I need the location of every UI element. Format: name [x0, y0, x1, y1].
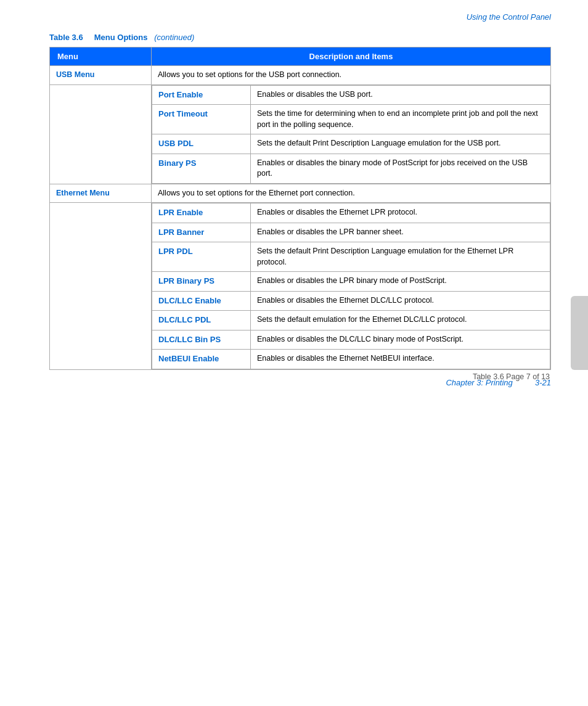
table-row: LPR Enable Enables or disables the Ether…	[152, 203, 550, 223]
ethernet-empty-cell	[50, 203, 152, 370]
col-header-menu: Menu	[50, 47, 152, 66]
usb-description: Allows you to set options for the USB po…	[152, 66, 551, 85]
sub-menu-label: DLC/LLC Bin PS	[158, 335, 221, 344]
table-row: DLC/LLC Bin PS Enables or disables the D…	[152, 330, 550, 350]
sub-menu-label: LPR PDL	[158, 247, 193, 256]
sub-name-lpr-binary-ps: LPR Binary PS	[152, 272, 251, 292]
table-continued: (continued)	[154, 33, 194, 42]
sub-name-lpr-pdl: LPR PDL	[152, 242, 251, 272]
menu-cell-ethernet: Ethernet Menu	[50, 184, 152, 203]
table-row: USB Menu Allows you to set options for t…	[50, 66, 551, 85]
page-container: Using the Control Panel Table 3.6 Menu O…	[0, 0, 588, 406]
table-name: Menu Options	[94, 33, 148, 42]
sub-menu-label: DLC/LLC PDL	[158, 315, 211, 324]
sub-name-usb-pdl: USB PDL	[152, 134, 251, 154]
sub-name-dlc-pdl: DLC/LLC PDL	[152, 311, 251, 330]
sub-desc-netbeui-enable: Enables or disables the Ethernet NetBEUI…	[251, 350, 550, 369]
sub-desc-usb-pdl: Sets the default Print Description Langu…	[251, 134, 550, 154]
usb-sub-items-cell: Port Enable Enables or disables the USB …	[152, 84, 551, 184]
table-row: Port Enable Enables or disables the USB …	[50, 84, 551, 184]
sub-menu-label: Port Timeout	[158, 109, 208, 118]
table-row: DLC/LLC Enable Enables or disables the E…	[152, 291, 550, 311]
page-number: 3-21	[535, 378, 551, 387]
sub-desc-port-timeout: Sets the time for determining when to en…	[251, 105, 550, 134]
sub-menu-label: NetBEUI Enable	[158, 354, 219, 363]
chapter-label: Chapter 3: Printing	[446, 378, 512, 387]
chapter-header-text: Using the Control Panel	[467, 12, 551, 22]
menu-cell-usb: USB Menu	[50, 66, 152, 85]
sub-desc-port-enable: Enables or disables the USB port.	[251, 85, 550, 105]
sub-name-lpr-banner: LPR Banner	[152, 223, 251, 242]
chapter-header: Using the Control Panel	[49, 12, 551, 22]
sub-name-dlc-bin-ps: DLC/LLC Bin PS	[152, 330, 251, 350]
sub-name-netbeui-enable: NetBEUI Enable	[152, 350, 251, 369]
table-row: LPR PDL Sets the default Print Descripti…	[152, 242, 550, 272]
table-row: LPR Banner Enables or disables the LPR b…	[152, 223, 550, 242]
table-row: Ethernet Menu Allows you to set options …	[50, 184, 551, 203]
ethernet-sub-table: LPR Enable Enables or disables the Ether…	[152, 203, 550, 369]
sub-desc-lpr-binary-ps: Enables or disables the LPR binary mode …	[251, 272, 550, 292]
sub-menu-label: LPR Banner	[158, 228, 204, 237]
usb-sub-table: Port Enable Enables or disables the USB …	[152, 85, 550, 184]
ethernet-sub-items-cell: LPR Enable Enables or disables the Ether…	[152, 203, 551, 370]
table-header-row: Menu Description and Items	[50, 47, 551, 66]
ethernet-description: Allows you to set options for the Ethern…	[152, 184, 551, 203]
sub-desc-dlc-pdl: Sets the default emulation for the Ether…	[251, 311, 550, 330]
sub-name-dlc-enable: DLC/LLC Enable	[152, 291, 251, 311]
col-header-description: Description and Items	[152, 47, 551, 66]
usb-empty-cell	[50, 84, 152, 184]
sub-desc-dlc-bin-ps: Enables or disables the DLC/LLC binary m…	[251, 330, 550, 350]
sub-name-port-timeout: Port Timeout	[152, 105, 251, 134]
sub-desc-lpr-banner: Enables or disables the LPR banner sheet…	[251, 223, 550, 242]
sub-desc-dlc-enable: Enables or disables the Ethernet DLC/LLC…	[251, 291, 550, 311]
sub-desc-lpr-enable: Enables or disables the Ethernet LPR pro…	[251, 203, 550, 223]
sub-name-port-enable: Port Enable	[152, 85, 251, 105]
table-label: Table 3.6	[49, 33, 83, 42]
side-tab	[571, 296, 588, 370]
table-row: LPR Enable Enables or disables the Ether…	[50, 203, 551, 370]
sub-menu-label: LPR Enable	[158, 208, 203, 217]
table-row: Binary PS Enables or disables the binary…	[152, 154, 550, 183]
table-title: Table 3.6 Menu Options (continued)	[49, 33, 551, 42]
sub-desc-lpr-pdl: Sets the default Print Description Langu…	[251, 242, 550, 272]
sub-menu-label: DLC/LLC Enable	[158, 296, 221, 305]
sub-name-lpr-enable: LPR Enable	[152, 203, 251, 223]
table-row: Port Enable Enables or disables the USB …	[152, 85, 550, 105]
sub-menu-label: LPR Binary PS	[158, 276, 214, 285]
table-row: LPR Binary PS Enables or disables the LP…	[152, 272, 550, 292]
sub-menu-label: USB PDL	[158, 139, 194, 148]
sub-menu-label: Binary PS	[158, 158, 196, 168]
sub-name-binary-ps: Binary PS	[152, 154, 251, 183]
page-footer: Chapter 3: Printing 3-21	[446, 378, 551, 387]
sub-menu-label: Port Enable	[158, 90, 203, 99]
table-row: USB PDL Sets the default Print Descripti…	[152, 134, 550, 154]
menu-options-table: Menu Description and Items USB Menu Allo…	[49, 47, 551, 370]
sub-desc-binary-ps: Enables or disables the binary mode of P…	[251, 154, 550, 183]
table-row: DLC/LLC PDL Sets the default emulation f…	[152, 311, 550, 330]
table-row: NetBEUI Enable Enables or disables the E…	[152, 350, 550, 369]
table-row: Port Timeout Sets the time for determini…	[152, 105, 550, 134]
